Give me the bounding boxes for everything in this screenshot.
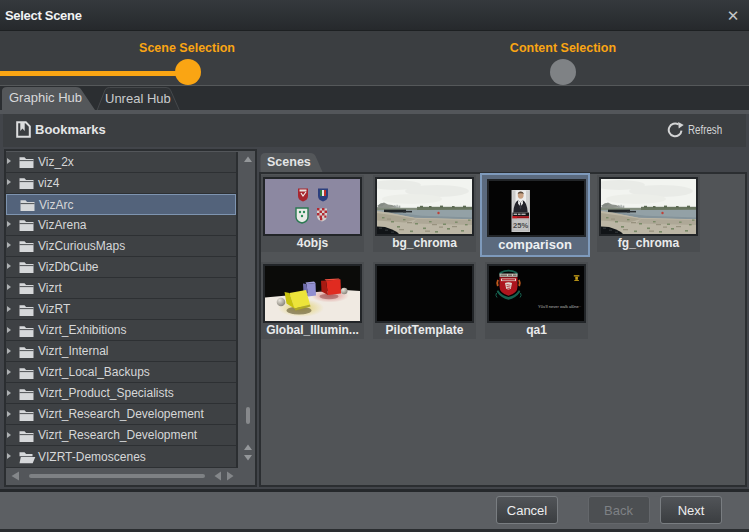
svg-text:25%: 25%	[513, 221, 528, 230]
svg-text:Y0u'll never walk al0ne··: Y0u'll never walk al0ne··	[538, 304, 581, 309]
